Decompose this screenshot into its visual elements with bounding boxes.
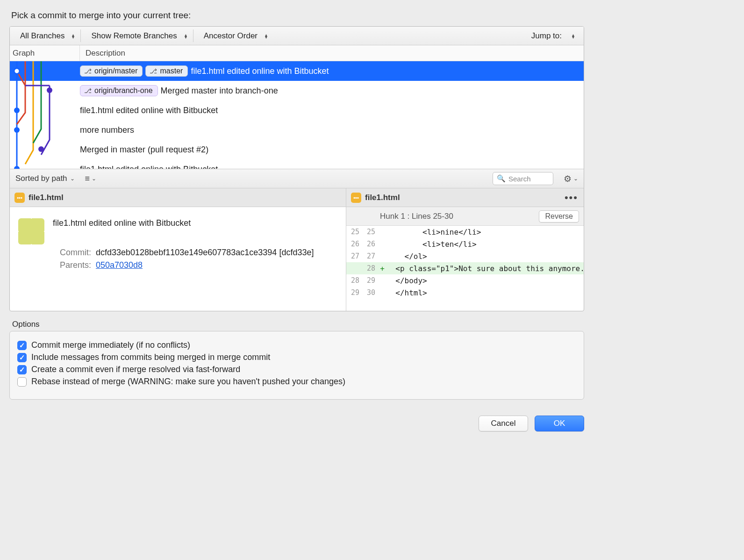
top-toolbar: All Branches ▴▾ Show Remote Branches ▴▾ … [10,27,584,45]
new-line-number: 25 [362,228,378,236]
diff-marker [378,228,386,237]
branch-badge[interactable]: master [145,65,188,77]
option-label: Include messages from commits being merg… [31,352,270,362]
new-line-number: 30 [362,288,378,297]
sort-label: Sorted by path [15,174,67,183]
new-line-number: 28 [362,264,378,273]
diff-line[interactable]: 2930 </html> [346,287,584,299]
avatar [18,218,44,244]
diff-line[interactable]: 2626 <li>ten</li> [346,238,584,250]
diff-viewer[interactable]: 2525 <li>nine</li>2626 <li>ten</li>2727 … [346,226,584,299]
branch-icon [84,86,93,95]
updown-icon: ▴▾ [572,34,574,38]
branch-icon [84,67,93,75]
diff-line[interactable]: 2727 </ol> [346,250,584,262]
files-toolbar: Sorted by path ⌄ ≡ ⌄ 🔍 Search ⚙ ⌄ [10,169,584,188]
commit-row[interactable]: origin/branch-oneMerged master into bran… [10,81,584,101]
order-dropdown[interactable]: Ancestor Order ▴▾ [193,27,274,45]
branch-badge-label: origin/master [94,67,137,75]
header-graph[interactable]: Graph [10,45,80,61]
commit-graph-icon [10,61,80,169]
search-icon: 🔍 [497,174,506,183]
parent-commit-link[interactable]: 050a7030d8 [96,260,143,270]
svg-point-4 [38,146,44,152]
commit-row[interactable]: more numbers [10,120,584,140]
new-line-number: 26 [362,240,378,248]
chevron-down-icon: ⌄ [573,175,578,182]
diff-line[interactable]: 2525 <li>nine</li> [346,226,584,238]
file-icon: ••• [351,193,361,203]
main-panel: All Branches ▴▾ Show Remote Branches ▴▾ … [9,26,584,311]
updown-icon: ▴▾ [265,34,267,38]
hunk-label: Hunk 1 : Lines 25-30 [380,212,453,221]
svg-point-3 [14,127,20,133]
new-line-number: 29 [362,276,378,285]
commit-hash: dcfd33eb0128bebf1103e149e607783ac1ce3394… [96,248,314,258]
branch-icon [150,67,158,75]
commit-list[interactable]: origin/mastermasterfile1.html edited onl… [10,61,584,169]
checkbox[interactable] [17,377,27,387]
branch-badge[interactable]: origin/branch-one [80,85,158,96]
checkbox[interactable] [17,353,27,362]
svg-point-1 [47,87,52,93]
commit-row[interactable]: origin/mastermasterfile1.html edited onl… [10,61,584,81]
diff-marker [378,276,386,285]
commit-message: file1.html edited online with Bitbucket [80,165,218,169]
branch-filter-label: All Branches [20,31,64,41]
view-mode-dropdown[interactable]: ≡ ⌄ [85,174,97,184]
checkbox[interactable] [17,341,27,350]
settings-dropdown[interactable]: ⚙ ⌄ [564,173,578,184]
checkbox[interactable] [17,365,27,374]
more-actions-button[interactable]: ••• [565,192,578,204]
chevron-down-icon: ⌄ [70,175,75,182]
svg-point-2 [14,108,20,113]
diff-marker [378,288,386,297]
new-line-number: 27 [362,252,378,260]
diff-marker: + [378,264,386,273]
jump-to-dropdown[interactable]: Jump to: ▴▾ [525,31,584,41]
branch-badge-label: origin/branch-one [94,86,153,95]
diff-marker [378,252,386,261]
header-description[interactable]: Description [80,49,125,58]
diff-marker [378,240,386,249]
commit-row[interactable]: file1.html edited online with Bitbucket [10,159,584,169]
dialog-buttons: Cancel OK [9,416,584,431]
commit-message: file1.html edited online with Bitbucket [191,66,329,76]
diff-code: </ol> [386,252,584,261]
options-heading: Options [12,320,584,329]
remote-toggle-dropdown[interactable]: Show Remote Branches ▴▾ [81,27,193,45]
search-placeholder: Search [508,175,531,183]
old-line-number: 28 [346,276,362,285]
diff-line[interactable]: 28+ <p class="p1">Not sure about this an… [346,262,584,274]
option-row: Commit merge immediately (if no conflict… [17,340,576,350]
chevron-down-icon: ⌄ [92,175,96,182]
cancel-button[interactable]: Cancel [479,416,528,431]
updown-icon: ▴▾ [72,34,74,38]
ok-button[interactable]: OK [535,416,584,431]
options-group: Commit merge immediately (if no conflict… [9,331,584,400]
remote-toggle-label: Show Remote Branches [91,31,177,41]
file-header-right[interactable]: ••• file1.html ••• [346,188,584,207]
branch-filter-dropdown[interactable]: All Branches ▴▾ [10,27,81,45]
jump-to-label: Jump to: [531,31,562,41]
diff-line[interactable]: 2829 </body> [346,274,584,287]
commit-row[interactable]: Merged in master (pull request #2) [10,140,584,159]
diff-code: <p class="p1">Not sure about this anymor… [386,264,584,273]
list-icon: ≡ [85,174,90,184]
search-input[interactable]: 🔍 Search [493,172,553,185]
diff-code: <li>ten</li> [386,240,584,249]
file-icon: ••• [14,193,25,203]
old-line-number: 26 [346,240,362,248]
commit-message: more numbers [80,125,134,135]
reverse-button[interactable]: Reverse [539,210,579,223]
commit-row[interactable]: file1.html edited online with Bitbucket [10,101,584,120]
parents-label: Parents: [53,260,91,270]
branch-badge-label: master [160,67,183,75]
commit-message: Merged in master (pull request #2) [80,145,208,155]
sort-dropdown[interactable]: Sorted by path ⌄ [15,174,75,183]
diff-code: </body> [386,276,584,285]
branch-badge[interactable]: origin/master [80,65,143,77]
detail-split: ••• file1.html file1.html edited online … [10,188,584,311]
commit-label: Commit: [53,248,91,258]
file-header-left[interactable]: ••• file1.html [10,188,346,207]
